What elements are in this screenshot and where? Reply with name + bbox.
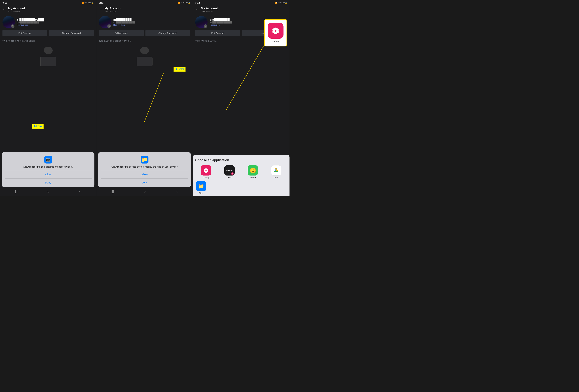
battery-icon-3: 41%🔒 [281, 2, 287, 4]
allow-annotation-1: Allow [32, 124, 44, 129]
profile-username-2: bl████████ [113, 18, 135, 21]
avatar-2[interactable]: ✎ [99, 16, 111, 28]
remove-icon-link-1[interactable]: Remove Icon [17, 24, 44, 26]
edit-account-button-2[interactable]: Edit Account [99, 30, 144, 36]
dialog-divider-allow-1 [4, 170, 92, 170]
dialog-deny-button-2[interactable]: Deny [142, 180, 147, 185]
drive-app-icon [271, 165, 281, 175]
app-row-2: 📁 Files [195, 181, 287, 194]
profile-info-3: blo████████ mo██████████████ Remove I... [210, 18, 232, 26]
app-item-drive[interactable]: Drive [266, 165, 287, 178]
gallery-big-label: Gallery [272, 40, 280, 43]
page-title-3: My Account [201, 7, 218, 10]
dialog-text-1: Allow Discord to take pictures and recor… [23, 165, 73, 168]
dialog-icon-camera-1: 📷 [44, 156, 52, 163]
phone-illus-2 [137, 57, 152, 66]
files-app-label: Files [199, 192, 203, 194]
cloud-app-icon: cloud ✓ [224, 165, 235, 175]
dialog-allow-button-1[interactable]: Allow [45, 172, 51, 177]
flower-svg-gallery [203, 168, 209, 173]
app-item-files[interactable]: 📁 Files [196, 181, 206, 194]
top-nav-2: ← My Account User Settings [96, 5, 193, 13]
profile-username-3: blo████████ [210, 18, 232, 21]
dialog-allow-button-2[interactable]: Allow [142, 172, 148, 177]
gallery-highlight-box: Gallery [264, 19, 287, 46]
app-item-cloud[interactable]: cloud ✓ Cloud [219, 165, 240, 178]
choose-app-sheet: Choose an application Gallery [193, 155, 290, 196]
wifi-icon-3: 📶 [275, 2, 277, 4]
page-subtitle-1: User Settings [8, 10, 25, 12]
svg-point-17 [206, 170, 207, 171]
status-time-3: 3:12 [195, 1, 200, 4]
gallery-big-icon [268, 23, 284, 39]
nav-home-1[interactable]: ○ [48, 190, 49, 194]
profile-section-2: ✎ bl████████ mo██████████████ Remove Ico… [96, 13, 193, 30]
action-buttons-2: Edit Account Change Password [96, 30, 193, 39]
cloud-icon-text: cloud [226, 169, 232, 172]
chat-bubble-1 [44, 47, 53, 54]
profile-email-3: mo██████████████ [210, 21, 232, 23]
edit-account-button-3[interactable]: Edit Account [195, 30, 240, 36]
allow-annotation-2: Allow [173, 67, 186, 72]
chat-bubble-2 [140, 47, 149, 54]
phone-illus-1 [40, 57, 56, 66]
profile-email-1: mo██████████████ [17, 21, 44, 23]
status-bar-3: 3:12 📶 4G+ 41%🔒 [193, 0, 290, 5]
drive-app-label: Drive [274, 176, 279, 178]
avatar-edit-2[interactable]: ✎ [107, 24, 111, 28]
panel-2: 3:12 📶 4G+ 41%🔒 ← My Account User Settin… [96, 0, 193, 196]
nav-back-2[interactable]: < [176, 190, 178, 194]
avatar-edit-1[interactable]: ✎ [11, 24, 14, 28]
profile-username-1: bl████████#6███ [17, 18, 44, 21]
page-title-2: My Account [104, 7, 121, 10]
remove-icon-link-2[interactable]: Remove Icon [113, 24, 135, 26]
profile-info-2: bl████████ mo██████████████ Remove Icon [113, 18, 135, 26]
drive-svg [273, 168, 279, 173]
gallery-app-label: Gallery [203, 176, 209, 178]
svg-point-8 [275, 30, 277, 32]
cloud-app-label: Cloud [227, 176, 232, 178]
change-password-button-2[interactable]: Change Password [145, 30, 190, 36]
page-subtitle-3: User Settings [201, 10, 218, 12]
nav-menu-1[interactable]: ||| [15, 190, 17, 194]
edit-account-button-1[interactable]: Edit Account [2, 30, 47, 36]
avatar-1[interactable]: ✎ [2, 16, 15, 28]
back-button-1[interactable]: ← [2, 7, 6, 12]
battery-icon-2: 41%🔒 [184, 2, 190, 4]
choose-app-title: Choose an application [195, 158, 287, 162]
change-password-button-1[interactable]: Change Password [49, 30, 94, 36]
bottom-nav-1: ||| ○ < [0, 187, 96, 196]
files-app-icon: 📁 [196, 181, 206, 191]
dialog-deny-button-1[interactable]: Deny [45, 180, 51, 185]
app-grid: Gallery cloud ✓ Cloud 🙂 Bitmoji [195, 165, 287, 178]
permission-dialog-2: 📁 Allow Discord to access photos, media,… [98, 152, 191, 187]
status-time-2: 3:12 [99, 1, 103, 4]
status-icons-3: 📶 4G+ 41%🔒 [275, 2, 287, 4]
avatar-3[interactable]: ✎ [195, 16, 208, 28]
nav-back-1[interactable]: < [79, 190, 81, 194]
wifi-icon-2: 📶 [178, 2, 180, 4]
gallery-app-icon [201, 165, 211, 175]
panel-3: 3:12 📶 4G+ 41%🔒 ← My Account User Settin… [193, 0, 290, 196]
permission-dialog-1: 📷 Allow Discord to take pictures and rec… [2, 152, 94, 187]
twofa-label-2: TWO-FACTOR AUTHENTICATION [96, 39, 193, 43]
avatar-edit-3[interactable]: ✎ [204, 24, 207, 28]
app-item-bitmoji[interactable]: 🙂 Bitmoji [242, 165, 264, 178]
status-icons-1: 📶 4G+ 41%🔒 [81, 2, 94, 4]
nav-home-2[interactable]: ○ [144, 190, 146, 194]
svg-marker-20 [274, 171, 279, 172]
remove-icon-link-3[interactable]: Remove I... [210, 24, 232, 26]
app-item-gallery[interactable]: Gallery [195, 165, 217, 178]
dialog-divider-allow-2 [101, 170, 188, 170]
back-button-2[interactable]: ← [99, 7, 102, 12]
profile-info-1: bl████████#6███ mo██████████████ Remove … [17, 18, 44, 26]
flower-svg-big [271, 26, 280, 35]
status-bar-2: 3:12 📶 4G+ 41%🔒 [96, 0, 193, 5]
dialog-text-2: Allow Discord to access photos, media, a… [111, 165, 178, 168]
page-title-1: My Account [8, 7, 25, 10]
bitmoji-icon-text: 🙂 [250, 167, 256, 174]
signal-icon-1: 4G+ [84, 2, 87, 3]
back-button-3[interactable]: ← [195, 7, 199, 12]
nav-menu-2[interactable]: ||| [111, 190, 114, 194]
profile-email-2: mo██████████████ [113, 21, 135, 23]
